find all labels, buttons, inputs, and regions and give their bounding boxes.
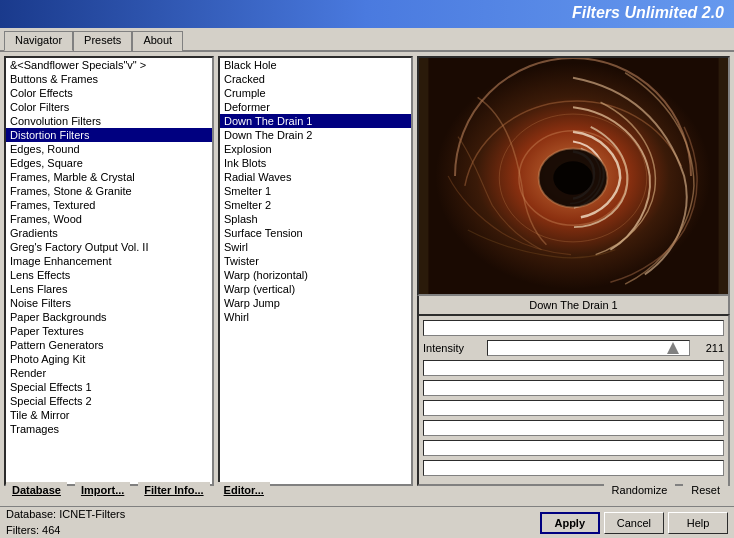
left-list-item[interactable]: Convolution Filters [6, 114, 212, 128]
help-button[interactable]: Help [668, 512, 728, 534]
filters-value: 464 [42, 524, 60, 536]
reset-button[interactable]: Reset [683, 482, 728, 498]
right-panel: Down The Drain 1 Intensity 211 [417, 56, 730, 486]
intensity-thumb[interactable] [667, 342, 679, 354]
lists-area: &<Sandflower Specials"v" >Buttons & Fram… [0, 52, 734, 490]
filter-info-button[interactable]: Filter Info... [138, 482, 209, 498]
preview-image [417, 56, 730, 296]
empty-slider-5 [423, 440, 724, 456]
left-list-item[interactable]: Distortion Filters [6, 128, 212, 142]
import-button[interactable]: Import... [75, 482, 130, 498]
left-list-item[interactable]: Special Effects 1 [6, 380, 212, 394]
intensity-slider[interactable] [487, 340, 690, 356]
status-bar: Database: ICNET-Filters Filters: 464 App… [0, 506, 734, 538]
left-list-item[interactable]: Noise Filters [6, 296, 212, 310]
middle-list-item[interactable]: Warp (horizontal) [220, 268, 411, 282]
status-buttons: Apply Cancel Help [540, 512, 728, 534]
middle-list-item[interactable]: Explosion [220, 142, 411, 156]
middle-list-item[interactable]: Cracked [220, 72, 411, 86]
middle-list-item[interactable]: Ink Blots [220, 156, 411, 170]
empty-slider-3 [423, 400, 724, 416]
left-list-item[interactable]: Greg's Factory Output Vol. II [6, 240, 212, 254]
left-list-panel: &<Sandflower Specials"v" >Buttons & Fram… [4, 56, 214, 486]
middle-list-item[interactable]: Whirl [220, 310, 411, 324]
tab-navigator[interactable]: Navigator [4, 31, 73, 51]
left-list-item[interactable]: Color Filters [6, 100, 212, 114]
left-list-item[interactable]: &<Sandflower Specials"v" > [6, 58, 212, 72]
left-list-item[interactable]: Frames, Marble & Crystal [6, 170, 212, 184]
tab-about[interactable]: About [132, 31, 183, 51]
left-list-item[interactable]: Frames, Textured [6, 198, 212, 212]
cancel-button[interactable]: Cancel [604, 512, 664, 534]
controls-area: Intensity 211 [417, 314, 730, 486]
empty-slider-6 [423, 460, 724, 476]
left-list-item[interactable]: Edges, Round [6, 142, 212, 156]
left-list-item[interactable]: Buttons & Frames [6, 72, 212, 86]
middle-list-item[interactable]: Swirl [220, 240, 411, 254]
left-list[interactable]: &<Sandflower Specials"v" >Buttons & Fram… [6, 58, 212, 484]
database-value: ICNET-Filters [59, 508, 125, 520]
left-list-item[interactable]: Tramages [6, 422, 212, 436]
left-list-item[interactable]: Special Effects 2 [6, 394, 212, 408]
left-list-item[interactable]: Render [6, 366, 212, 380]
title-bar: Filters Unlimited 2.0 [0, 0, 734, 28]
filters-label: Filters: [6, 524, 39, 536]
left-list-item[interactable]: Lens Effects [6, 268, 212, 282]
database-label: Database: [6, 508, 56, 520]
middle-list-item[interactable]: Down The Drain 1 [220, 114, 411, 128]
middle-list-item[interactable]: Deformer [220, 100, 411, 114]
left-list-item[interactable]: Pattern Generators [6, 338, 212, 352]
left-list-item[interactable]: Gradients [6, 226, 212, 240]
left-list-item[interactable]: Tile & Mirror [6, 408, 212, 422]
middle-list-item[interactable]: Radial Waves [220, 170, 411, 184]
middle-list-item[interactable]: Crumple [220, 86, 411, 100]
tab-bar: Navigator Presets About [0, 28, 734, 52]
left-list-item[interactable]: Edges, Square [6, 156, 212, 170]
left-list-item[interactable]: Paper Backgrounds [6, 310, 212, 324]
left-list-item[interactable]: Color Effects [6, 86, 212, 100]
middle-list-item[interactable]: Warp Jump [220, 296, 411, 310]
left-list-item[interactable]: Paper Textures [6, 324, 212, 338]
randomize-button[interactable]: Randomize [604, 482, 676, 498]
title-text: Filters Unlimited 2.0 [572, 4, 724, 21]
main-content: &<Sandflower Specials"v" >Buttons & Fram… [0, 52, 734, 472]
tab-presets[interactable]: Presets [73, 31, 132, 51]
editor-button[interactable]: Editor... [218, 482, 270, 498]
left-list-item[interactable]: Image Enhancement [6, 254, 212, 268]
left-list-item[interactable]: Photo Aging Kit [6, 352, 212, 366]
middle-list-item[interactable]: Surface Tension [220, 226, 411, 240]
middle-list-panel[interactable]: Black HoleCrackedCrumpleDeformerDown The… [218, 56, 413, 486]
slider-row-intensity: Intensity 211 [423, 340, 724, 356]
middle-list-item[interactable]: Warp (vertical) [220, 282, 411, 296]
intensity-label: Intensity [423, 342, 483, 354]
middle-list-item[interactable]: Smelter 2 [220, 198, 411, 212]
empty-slider-4 [423, 420, 724, 436]
left-list-item[interactable]: Frames, Wood [6, 212, 212, 226]
svg-point-3 [553, 161, 592, 194]
middle-list-item[interactable]: Twister [220, 254, 411, 268]
middle-list-item[interactable]: Down The Drain 2 [220, 128, 411, 142]
middle-list-item[interactable]: Splash [220, 212, 411, 226]
preview-title: Down The Drain 1 [417, 296, 730, 314]
database-button[interactable]: Database [6, 482, 67, 498]
status-text: Database: ICNET-Filters Filters: 464 [6, 507, 540, 538]
empty-slider-1 [423, 360, 724, 376]
middle-list-item[interactable]: Smelter 1 [220, 184, 411, 198]
apply-button[interactable]: Apply [540, 512, 600, 534]
empty-slider-2 [423, 380, 724, 396]
intensity-value: 211 [694, 342, 724, 354]
middle-list-item[interactable]: Black Hole [220, 58, 411, 72]
top-empty-bar [423, 320, 724, 336]
left-list-item[interactable]: Lens Flares [6, 282, 212, 296]
left-list-item[interactable]: Frames, Stone & Granite [6, 184, 212, 198]
